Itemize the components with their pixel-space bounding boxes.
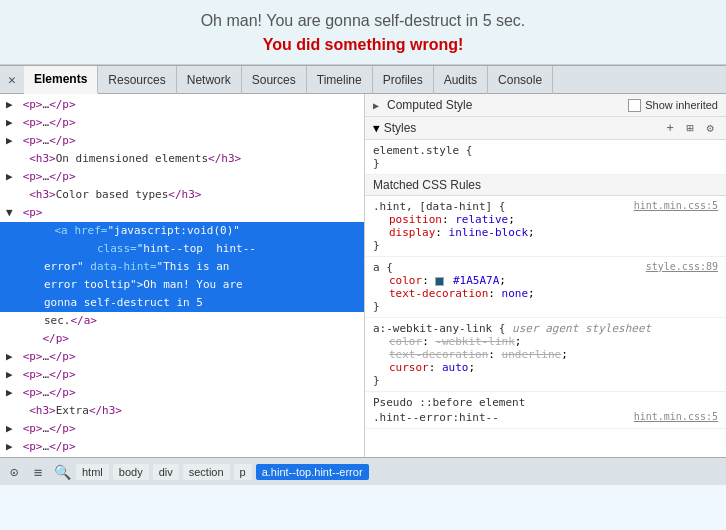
dom-panel: ▶ <p>…</p> ▶ <p>…</p> ▶ <p>…</p> <h3>On … — [0, 94, 365, 457]
css-prop-color-ua: color: -webkit-link; — [373, 335, 718, 348]
dom-tree-icon[interactable]: ≡ — [28, 462, 48, 482]
show-inherited-checkbox[interactable] — [628, 99, 641, 112]
computed-style-arrow: ▶ — [373, 100, 379, 111]
tab-elements[interactable]: Elements — [24, 66, 98, 94]
css-prop-color: color: #1A5A7A; — [373, 274, 718, 287]
dom-line: ▶ <p>…</p> — [0, 384, 364, 402]
dom-line: <h3>On dimensioned elements</h3> — [0, 150, 364, 168]
css-source-link[interactable]: style.css:89 — [646, 261, 718, 272]
css-prop-display: display: inline-block; — [373, 226, 718, 239]
breadcrumb-section[interactable]: section — [183, 464, 230, 480]
show-inherited-label: Show inherited — [645, 99, 718, 111]
css-selector-line: a { style.css:89 — [373, 261, 718, 274]
settings-icon[interactable]: ⚙ — [702, 120, 718, 136]
preview-title: Oh man! You are gonna self-destruct in 5… — [20, 12, 706, 30]
dom-line-selected: gonna self-destruct in 5 — [0, 294, 364, 312]
computed-style-header: ▶ Computed Style Show inherited — [365, 94, 726, 117]
css-selector-line2: .hint--error:hint-- hint.min.css:5 — [373, 411, 718, 424]
styles-panel: ▶ Computed Style Show inherited ▼ Styles… — [365, 94, 726, 457]
css-close-brace: } — [373, 157, 718, 170]
styles-icons: + ⊞ ⚙ — [662, 120, 718, 136]
dom-line: ▶ <p>…</p> — [0, 438, 364, 456]
css-prop-text-decoration: text-decoration: none; — [373, 287, 718, 300]
tab-profiles[interactable]: Profiles — [373, 66, 434, 94]
dom-line: ▶ <p>…</p> — [0, 168, 364, 186]
dom-line: ▶ <p>…</p> — [0, 96, 364, 114]
dom-line: <h3>Extra</h3> — [0, 402, 364, 420]
css-prop-position: position: relative; — [373, 213, 718, 226]
color-swatch[interactable] — [435, 277, 444, 286]
css-block-webkit-any-link: a:-webkit-any-link { user agent styleshe… — [365, 318, 726, 392]
toggle-class-icon[interactable]: ⊞ — [682, 120, 698, 136]
css-source-link[interactable]: hint.min.css:5 — [634, 200, 718, 211]
dom-line: ▶ <p>…</p> — [0, 348, 364, 366]
dom-line: ▶ <p>…</p> — [0, 132, 364, 150]
css-source-link[interactable]: hint.min.css:5 — [634, 411, 718, 422]
breadcrumb-div[interactable]: div — [153, 464, 179, 480]
tab-bar: ✕ Elements Resources Network Sources Tim… — [0, 66, 726, 94]
css-block-pseudo-before: Pseudo ::before element .hint--error:hin… — [365, 392, 726, 429]
devtools-panel: ✕ Elements Resources Network Sources Tim… — [0, 65, 726, 485]
tab-audits[interactable]: Audits — [434, 66, 488, 94]
add-style-icon[interactable]: + — [662, 120, 678, 136]
tab-network[interactable]: Network — [177, 66, 242, 94]
dom-line: ▼ <p> — [0, 204, 364, 222]
dom-line-selected[interactable]: <a href="javascript:void(0)" — [0, 222, 364, 240]
dom-line-selected: error" data-hint="This is an — [0, 258, 364, 276]
css-close-brace: } — [373, 300, 718, 313]
dom-line: ▶ <p>…</p> — [0, 420, 364, 438]
styles-title: Styles — [384, 121, 658, 135]
dom-line: ▶ <p>…</p> — [0, 366, 364, 384]
inspect-icon[interactable]: ⊙ — [4, 462, 24, 482]
css-prop-cursor-ua: cursor: auto; — [373, 361, 718, 374]
breadcrumb-html[interactable]: html — [76, 464, 109, 480]
tab-console[interactable]: Console — [488, 66, 553, 94]
breadcrumb-body[interactable]: body — [113, 464, 149, 480]
css-block-hint: .hint, [data-hint] { hint.min.css:5 posi… — [365, 196, 726, 257]
dom-line: sec.</a> — [0, 312, 364, 330]
css-selector-pseudo: Pseudo ::before element — [373, 396, 718, 409]
css-selector-line: .hint, [data-hint] { hint.min.css:5 — [373, 200, 718, 213]
css-block-element-style: element.style { } — [365, 140, 726, 175]
dom-line-selected: error tooltip">Oh man! You are — [0, 276, 364, 294]
dom-line: <h3>Color based types</h3> — [0, 186, 364, 204]
dom-line-selected: class="hint--top hint-- — [0, 240, 364, 258]
css-block-a: a { style.css:89 color: #1A5A7A; text-de… — [365, 257, 726, 318]
breadcrumb-a-hint[interactable]: a.hint--top.hint--error — [256, 464, 369, 480]
show-inherited-control[interactable]: Show inherited — [628, 99, 718, 112]
bottom-toolbar: ⊙ ≡ 🔍 html body div section p a.hint--to… — [0, 457, 726, 485]
tab-sources[interactable]: Sources — [242, 66, 307, 94]
styles-section-header: ▼ Styles + ⊞ ⚙ — [365, 117, 726, 140]
css-close-brace: } — [373, 239, 718, 252]
css-prop-text-decoration-ua: text-decoration: underline; — [373, 348, 718, 361]
css-selector: element.style { — [373, 144, 718, 157]
dom-line: </p> — [0, 330, 364, 348]
panels: ▶ <p>…</p> ▶ <p>…</p> ▶ <p>…</p> <h3>On … — [0, 94, 726, 457]
tab-resources[interactable]: Resources — [98, 66, 176, 94]
preview-area: Oh man! You are gonna self-destruct in 5… — [0, 0, 726, 65]
preview-subtitle: You did something wrong! — [20, 36, 706, 54]
css-selector-line: a:-webkit-any-link { user agent styleshe… — [373, 322, 718, 335]
tab-timeline[interactable]: Timeline — [307, 66, 373, 94]
search-icon[interactable]: 🔍 — [52, 462, 72, 482]
computed-style-title: Computed Style — [387, 98, 620, 112]
css-close-brace: } — [373, 374, 718, 387]
dom-line: ▶ <p>…</p> — [0, 114, 364, 132]
close-icon[interactable]: ✕ — [4, 72, 20, 88]
styles-arrow: ▼ — [373, 122, 380, 135]
breadcrumb-p[interactable]: p — [234, 464, 252, 480]
matched-css-rules-header: Matched CSS Rules — [365, 175, 726, 196]
